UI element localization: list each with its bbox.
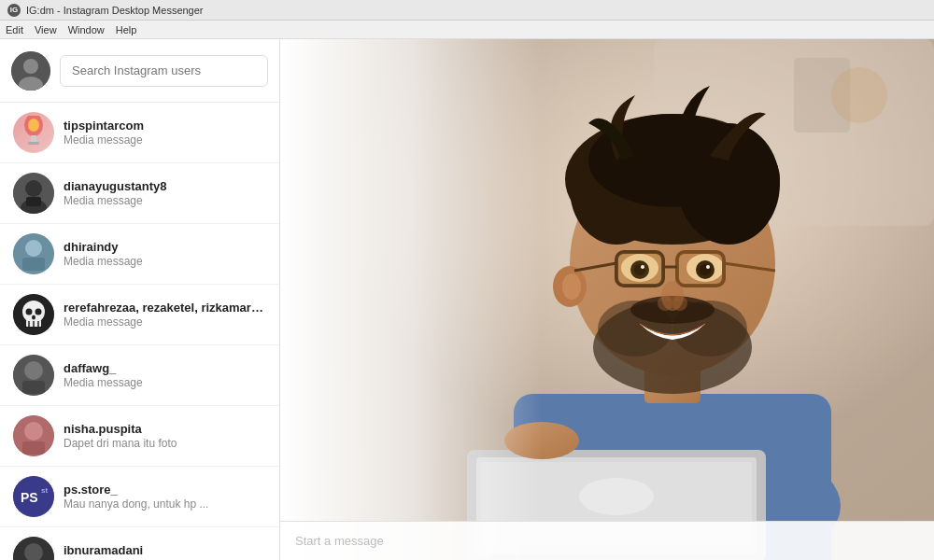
svg-rect-5: [28, 142, 39, 145]
person-icon: [13, 355, 54, 396]
title-bar: IG IG:dm - Instagram Desktop Messenger: [0, 0, 934, 21]
svg-rect-13: [22, 258, 45, 271]
conversation-last-message: Media message: [64, 315, 266, 329]
svg-point-6: [28, 119, 39, 132]
svg-rect-77: [280, 39, 934, 560]
person-icon: [13, 173, 54, 214]
conversation-name: nisha.puspita: [64, 422, 266, 436]
conversation-last-message: Mau nanya dong, untuk hp ...: [64, 497, 266, 511]
conversation-info: daffawg_ Media message: [64, 361, 266, 389]
sidebar: tipspintarcom Media message dianayu: [0, 39, 280, 560]
avatar: [13, 415, 54, 456]
conversation-name: ibnuramadani: [64, 543, 266, 557]
conversation-name: tipspintarcom: [64, 119, 266, 133]
conversation-name: rerefahrezaa, rezaketel, rizkamarhani, g…: [64, 301, 266, 315]
avatar: [13, 112, 54, 153]
avatar: [13, 355, 54, 396]
user-avatar-icon: [11, 51, 50, 91]
avatar: [13, 173, 54, 214]
avatar: [13, 294, 54, 335]
user-avatar[interactable]: [11, 51, 50, 91]
menu-window[interactable]: Window: [68, 24, 105, 35]
svg-point-8: [25, 180, 42, 197]
app-icon: IG: [7, 4, 21, 17]
person-background: [280, 39, 934, 560]
svg-text:st: st: [41, 486, 48, 495]
conversation-last-message: Media message: [64, 255, 266, 268]
conversation-info: nisha.puspita Dapet dri mana itu foto: [64, 422, 266, 450]
menu-bar: Edit View Window Help: [0, 21, 934, 39]
conversation-name: ps.store_: [64, 483, 266, 497]
svg-point-12: [25, 240, 42, 257]
conversation-item[interactable]: PS st ps.store_ Mau nanya dong, untuk hp…: [0, 467, 279, 527]
ps-icon: PS st: [13, 476, 54, 517]
conversation-last-message: Media message: [64, 194, 266, 207]
svg-point-1: [23, 59, 38, 74]
start-message-bar: Start a message: [280, 521, 934, 560]
avatar: PS st: [13, 476, 54, 517]
search-input[interactable]: [60, 55, 268, 87]
person-icon: [13, 537, 54, 560]
conversation-name: dhiraindy: [64, 240, 266, 254]
conversation-info: tipspintarcom Media message: [64, 119, 266, 147]
app-container: tipspintarcom Media message dianayu: [0, 39, 934, 560]
svg-point-24: [24, 361, 43, 380]
main-content: Start a message: [280, 39, 934, 560]
person-icon: [13, 415, 54, 456]
menu-view[interactable]: View: [35, 24, 57, 35]
window-title: IG:dm - Instagram Desktop Messenger: [26, 5, 204, 16]
conversation-item[interactable]: rerefahrezaa, rezaketel, rizkamarhani, g…: [0, 285, 279, 345]
conversation-list: tipspintarcom Media message dianayu: [0, 103, 279, 560]
svg-point-17: [26, 309, 33, 315]
conversation-item[interactable]: nisha.puspita Dapet dri mana itu foto: [0, 406, 279, 467]
conversation-item[interactable]: ibnuramadani bikin ini bhe: [0, 527, 279, 560]
svg-rect-4: [31, 135, 36, 143]
menu-help[interactable]: Help: [116, 24, 137, 35]
menu-edit[interactable]: Edit: [6, 24, 23, 35]
conversation-name: dianayugustanty8: [64, 179, 266, 193]
conversation-last-message: Media message: [64, 133, 266, 147]
conversation-info: dhiraindy Media message: [64, 240, 266, 268]
svg-rect-25: [22, 381, 45, 394]
conversation-item[interactable]: daffawg_ Media message: [0, 345, 279, 406]
start-message-placeholder: Start a message: [295, 534, 384, 548]
conversation-item[interactable]: dhiraindy Media message: [0, 224, 279, 285]
conversation-item[interactable]: dianayugustanty8 Media message: [0, 163, 279, 224]
conversation-info: ibnuramadani bikin ini bhe: [64, 543, 266, 560]
conversation-last-message: Media message: [64, 376, 266, 389]
svg-rect-28: [22, 441, 45, 455]
conversation-info: ps.store_ Mau nanya dong, untuk hp ...: [64, 483, 266, 511]
svg-point-18: [35, 309, 42, 315]
lamp-icon: [21, 116, 47, 149]
person-icon: [13, 233, 54, 274]
svg-rect-10: [26, 197, 41, 206]
conversation-name: daffawg_: [64, 361, 266, 375]
conversation-item[interactable]: tipspintarcom Media message: [0, 103, 279, 163]
svg-point-27: [24, 422, 43, 441]
avatar: [13, 233, 54, 274]
sidebar-header: [0, 39, 279, 103]
avatar: [13, 537, 54, 560]
svg-text:PS: PS: [21, 490, 38, 505]
skull-icon: [13, 294, 54, 335]
conversation-last-message: Dapet dri mana itu foto: [64, 437, 266, 450]
person-illustration: [280, 39, 934, 560]
conversation-info: rerefahrezaa, rezaketel, rizkamarhani, g…: [64, 301, 266, 329]
conversation-info: dianayugustanty8 Media message: [64, 179, 266, 207]
svg-point-19: [32, 315, 35, 320]
